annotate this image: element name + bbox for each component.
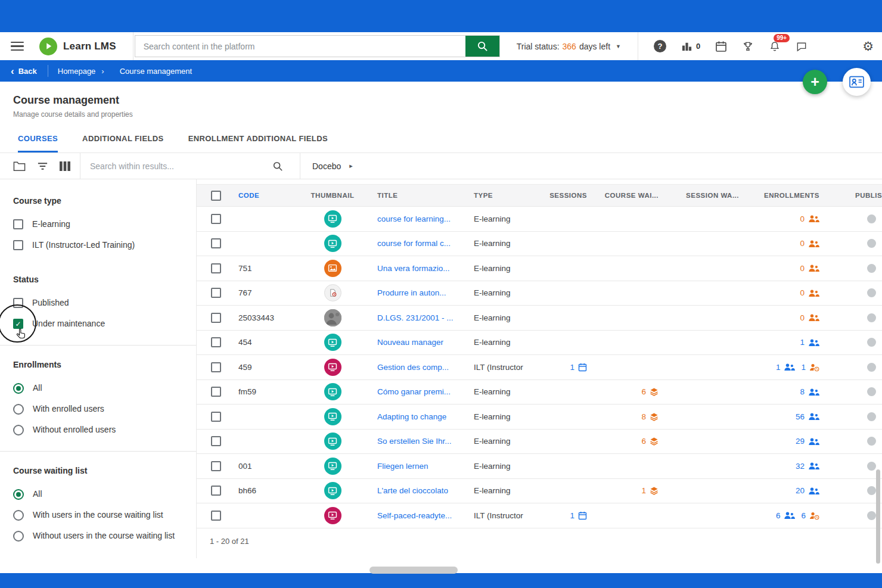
row-checkbox[interactable] xyxy=(211,436,221,446)
publish-toggle[interactable] xyxy=(867,313,876,322)
results-search-input[interactable] xyxy=(80,161,290,171)
column-header-title[interactable]: TITLE xyxy=(362,185,456,206)
course-title-link[interactable]: L'arte del cioccolato xyxy=(377,486,448,495)
contacts-panel-button[interactable] xyxy=(843,68,871,96)
enrolled-users-icon[interactable] xyxy=(808,239,819,248)
column-header-publish[interactable]: PUBLISH xyxy=(825,185,882,206)
table-row[interactable]: So erstellen Sie Ihr...E-learning629 xyxy=(197,430,882,455)
column-header-code[interactable]: CODE xyxy=(232,185,303,206)
row-checkbox[interactable] xyxy=(211,461,221,471)
table-row[interactable]: fm59Cómo ganar premi...E-learning68 xyxy=(197,380,882,405)
course-title-link[interactable]: D.LGS. 231/2001 - ... xyxy=(377,313,454,322)
course-title-link[interactable]: Adapting to change xyxy=(377,412,446,421)
enrolled-users-icon[interactable] xyxy=(808,437,819,446)
tab-additional-fields[interactable]: ADDITIONAL FIELDS xyxy=(82,134,164,153)
table-row[interactable]: course for formal c...E-learning0 xyxy=(197,232,882,257)
filter-option-label[interactable]: ILT (Instructor-Led Training) xyxy=(32,239,135,251)
settings-button[interactable]: ⚙ xyxy=(862,40,874,52)
row-checkbox[interactable] xyxy=(211,486,221,496)
gamification-button[interactable]: 0 xyxy=(681,41,700,52)
back-button[interactable]: ‹ Back xyxy=(11,66,37,76)
tab-enrollment-additional-fields[interactable]: ENROLLMENT ADDITIONAL FIELDS xyxy=(188,134,328,153)
table-row[interactable]: 454Nouveau managerE-learning1 xyxy=(197,331,882,356)
tab-courses[interactable]: COURSES xyxy=(18,134,58,153)
filter-option-label[interactable]: With enrolled users xyxy=(33,403,104,415)
radio-enrollments-all[interactable] xyxy=(13,383,24,394)
manage-columns-button[interactable] xyxy=(60,161,70,171)
row-checkbox[interactable] xyxy=(211,362,221,372)
table-row[interactable]: 001Fliegen lernenE-learning32 xyxy=(197,454,882,479)
checkbox-ilt[interactable] xyxy=(13,240,23,250)
notifications-button[interactable]: 99+ xyxy=(769,41,781,52)
table-row[interactable]: Self-paced-readyte...ILT (Instructor166 xyxy=(197,503,882,528)
enrolled-users-icon[interactable] xyxy=(808,338,819,347)
row-checkbox[interactable] xyxy=(211,214,221,224)
course-title-link[interactable]: Produrre in auton... xyxy=(377,288,446,297)
search-button[interactable] xyxy=(465,36,499,57)
filter-option-label[interactable]: With users in the course waiting list xyxy=(33,509,163,521)
messages-button[interactable] xyxy=(796,41,808,52)
course-title-link[interactable]: Self-paced-readyte... xyxy=(377,511,452,520)
publish-toggle[interactable] xyxy=(867,486,876,495)
table-row[interactable]: Adapting to changeE-learning856 xyxy=(197,405,882,430)
table-row[interactable]: 459Gestion des comp...ILT (Instructor111 xyxy=(197,355,882,380)
publish-toggle[interactable] xyxy=(867,363,876,372)
breadcrumb-homepage[interactable]: Homepage xyxy=(58,67,96,76)
enrolled-users-icon[interactable] xyxy=(808,462,819,470)
publish-toggle[interactable] xyxy=(867,437,876,446)
enrolled-users-icon[interactable] xyxy=(808,388,819,396)
help-button[interactable]: ? xyxy=(654,40,666,52)
enrolled-users-icon[interactable] xyxy=(808,214,819,223)
checkbox-published[interactable] xyxy=(13,298,23,308)
row-checkbox[interactable] xyxy=(211,288,221,298)
folder-breadcrumb[interactable]: Docebo ▸ xyxy=(312,161,353,171)
table-row[interactable]: 767Produrre in auton...E-learning0 xyxy=(197,281,882,306)
vertical-scrollbar-thumb[interactable] xyxy=(876,469,880,564)
publish-toggle[interactable] xyxy=(867,264,876,273)
waiting-list-icon[interactable] xyxy=(650,412,659,421)
publish-toggle[interactable] xyxy=(867,387,876,396)
course-title-link[interactable]: course for learning... xyxy=(377,214,451,223)
row-checkbox[interactable] xyxy=(211,238,221,248)
menu-icon[interactable] xyxy=(11,42,24,51)
checkbox-under-maintenance[interactable] xyxy=(13,319,23,329)
publish-toggle[interactable] xyxy=(867,338,876,347)
calendar-icon[interactable] xyxy=(578,363,587,372)
enrolled-users-icon[interactable] xyxy=(808,313,819,322)
filter-option-label[interactable]: Published xyxy=(32,297,69,309)
course-title-link[interactable]: course for formal c... xyxy=(377,239,451,248)
enrolled-users-icon[interactable] xyxy=(784,511,795,519)
column-header-type[interactable]: TYPE xyxy=(456,185,536,206)
filter-button[interactable] xyxy=(37,161,48,171)
rewards-button[interactable] xyxy=(742,41,754,52)
course-title-link[interactable]: Nouveau manager xyxy=(377,338,443,347)
radio-with-enrolled-users[interactable] xyxy=(13,404,24,415)
table-row[interactable]: 25033443D.LGS. 231/2001 - ...E-learning0 xyxy=(197,306,882,331)
row-checkbox[interactable] xyxy=(211,313,221,323)
publish-toggle[interactable] xyxy=(867,239,876,248)
row-checkbox[interactable] xyxy=(211,387,221,397)
row-checkbox[interactable] xyxy=(211,337,221,347)
column-header-thumbnail[interactable]: THUMBNAIL xyxy=(303,185,362,206)
waiting-list-icon[interactable] xyxy=(650,437,659,446)
filter-option-label[interactable]: Without enrolled users xyxy=(33,424,116,435)
publish-toggle[interactable] xyxy=(867,214,876,223)
pending-user-icon[interactable] xyxy=(809,511,819,520)
row-checkbox[interactable] xyxy=(211,511,221,521)
radio-without-enrolled-users[interactable] xyxy=(13,425,24,435)
course-title-link[interactable]: Cómo ganar premi... xyxy=(377,387,451,396)
column-header-enrollments[interactable]: ENROLLMENTS xyxy=(745,185,825,206)
course-title-link[interactable]: Fliegen lernen xyxy=(377,462,428,471)
app-logo[interactable]: Learn LMS xyxy=(39,38,116,55)
calendar-icon[interactable] xyxy=(578,511,587,520)
filter-option-label[interactable]: All xyxy=(33,382,42,394)
waiting-list-icon[interactable] xyxy=(650,387,659,396)
table-row[interactable]: 751Una vera formazio...E-learning0 xyxy=(197,256,882,281)
filter-option-label[interactable]: Under maintenance xyxy=(32,318,105,329)
trial-status[interactable]: Trial status: 366 days left ▼ xyxy=(517,42,621,51)
course-title-link[interactable]: Gestion des comp... xyxy=(377,363,449,372)
checkbox-elearning[interactable] xyxy=(13,219,23,229)
row-checkbox[interactable] xyxy=(211,412,221,422)
enrolled-users-icon[interactable] xyxy=(808,289,819,297)
publish-toggle[interactable] xyxy=(867,462,876,471)
